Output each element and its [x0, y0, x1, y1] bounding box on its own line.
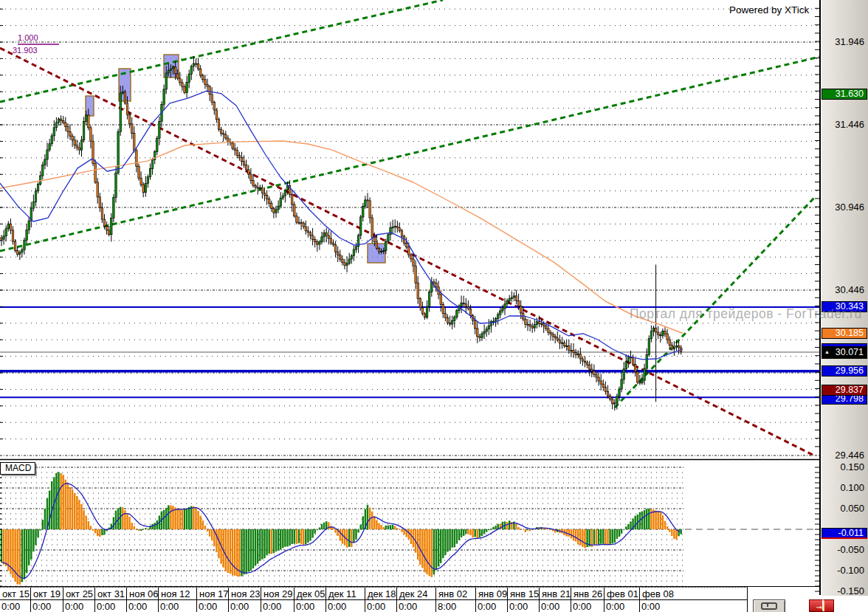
axis-label: 0.150 — [840, 461, 864, 472]
date-label: фев 08 — [640, 588, 747, 600]
price-badge: 31.630 — [822, 89, 867, 100]
price-badge: 30.185 — [822, 328, 867, 339]
time-axis-cell: янв 260:00 — [571, 588, 604, 612]
axis-label: 31.446 — [835, 119, 864, 130]
date-label: окт 15 — [0, 588, 30, 600]
time-axis-cell: янв 150:00 — [507, 588, 539, 612]
time-label: 0:00 — [261, 600, 294, 612]
time-axis-cell: фев 080:00 — [639, 588, 747, 612]
date-label: фев 01 — [604, 588, 639, 600]
price-axis[interactable]: 31.94631.44630.94630.44629.4460.1500.100… — [822, 0, 868, 596]
time-label: 8:00 — [436, 600, 475, 612]
time-label: 0:00 — [95, 600, 126, 612]
axis-label: -0.050 — [837, 544, 864, 555]
date-label: ноя 23 — [229, 588, 261, 600]
time-axis-cell: янв 210:00 — [539, 588, 571, 612]
axis-label: -0.100 — [837, 565, 864, 576]
axis-label: 30.446 — [835, 284, 864, 295]
time-axis[interactable]: окт 150:00окт 190:00окт 250:00окт 310:00… — [0, 587, 748, 612]
price-badge: 30.071▲ — [822, 346, 867, 359]
time-axis-cell: ноя 120:00 — [158, 588, 196, 612]
price-marker-icon: ▲ — [824, 349, 830, 354]
date-label: янв 15 — [508, 588, 539, 600]
date-label: янв 02 — [436, 588, 475, 600]
date-label: дек 18 — [365, 588, 396, 600]
axis-label: 0.100 — [840, 482, 864, 493]
time-axis-cell: окт 150:00 — [0, 588, 30, 612]
price-badge: -0.011 — [822, 528, 867, 539]
date-label: ноя 12 — [159, 588, 196, 600]
date-label: ноя 17 — [197, 588, 228, 600]
price-badge: 29.837 — [822, 385, 867, 396]
time-label: 0:00 — [604, 600, 639, 612]
time-axis-cell: янв 028:00 — [435, 588, 475, 612]
time-label: 0:00 — [31, 600, 63, 612]
date-label: янв 09 — [476, 588, 507, 600]
time-label: 0:00 — [326, 600, 365, 612]
date-label: окт 19 — [31, 588, 63, 600]
price-badge: 29.956 — [822, 365, 867, 377]
fib-price-label: 31.903 — [13, 46, 38, 55]
time-label: 0:00 — [229, 600, 261, 612]
time-axis-cell: дек 180:00 — [365, 588, 396, 612]
time-axis-cell: ноя 290:00 — [261, 588, 294, 612]
date-label: дек 05 — [294, 588, 326, 600]
time-axis-cell: дек 050:00 — [294, 588, 326, 612]
axis-label: 29.446 — [835, 450, 864, 461]
date-label: окт 31 — [95, 588, 126, 600]
chart-window: Powered by XTick Портал для трейдеров - … — [0, 0, 868, 612]
date-label: янв 21 — [540, 588, 571, 600]
axis-label: 31.946 — [835, 36, 864, 47]
time-label: 0:00 — [397, 600, 435, 612]
link-button[interactable] — [753, 599, 785, 612]
axis-label: 30.946 — [835, 202, 864, 213]
powered-by-label: Powered by XTick — [729, 4, 809, 16]
time-label: 0:00 — [365, 600, 396, 612]
chain-icon — [761, 602, 777, 610]
time-label: 0:00 — [508, 600, 539, 612]
time-axis-cell: ноя 060:00 — [126, 588, 158, 612]
date-label: ноя 29 — [261, 588, 294, 600]
time-label: 0:00 — [571, 600, 604, 612]
time-axis-cell: ноя 170:00 — [196, 588, 228, 612]
time-axis-cell: дек 240:00 — [396, 588, 435, 612]
axis-label: 0.050 — [840, 503, 864, 514]
date-label: янв 26 — [571, 588, 604, 600]
arrow-to-end-icon: →▏ — [814, 600, 828, 611]
date-label: дек 24 — [397, 588, 435, 600]
time-axis-cell: дек 110:00 — [326, 588, 365, 612]
watermark: Портал для трейдеров - ForTrader.ru — [630, 306, 862, 322]
time-axis-cell: окт 250:00 — [63, 588, 94, 612]
time-axis-cell: фев 010:00 — [604, 588, 639, 612]
time-label: 0:00 — [159, 600, 196, 612]
time-axis-cell: янв 090:00 — [475, 588, 507, 612]
time-label: 0:00 — [540, 600, 571, 612]
time-label: 0:00 — [476, 600, 507, 612]
time-axis-cell: окт 190:00 — [30, 588, 63, 612]
axis-label: -0.150 — [837, 585, 864, 596]
time-label: 0:00 — [63, 600, 94, 612]
date-label: окт 25 — [63, 588, 94, 600]
time-label: 0:00 — [127, 600, 158, 612]
macd-label[interactable]: MACD — [0, 462, 35, 475]
fib-level-label: 1.000 — [18, 33, 38, 42]
time-label: 0:00 — [0, 600, 30, 612]
date-label: дек 11 — [326, 588, 365, 600]
time-axis-cell: окт 310:00 — [94, 588, 126, 612]
time-label: 0:00 — [197, 600, 228, 612]
time-label: 0:00 — [294, 600, 326, 612]
time-label: 0:00 — [640, 600, 747, 612]
time-axis-cell: ноя 230:00 — [228, 588, 261, 612]
date-label: ноя 06 — [127, 588, 158, 600]
scroll-to-end-button[interactable]: →▏ — [809, 599, 834, 612]
